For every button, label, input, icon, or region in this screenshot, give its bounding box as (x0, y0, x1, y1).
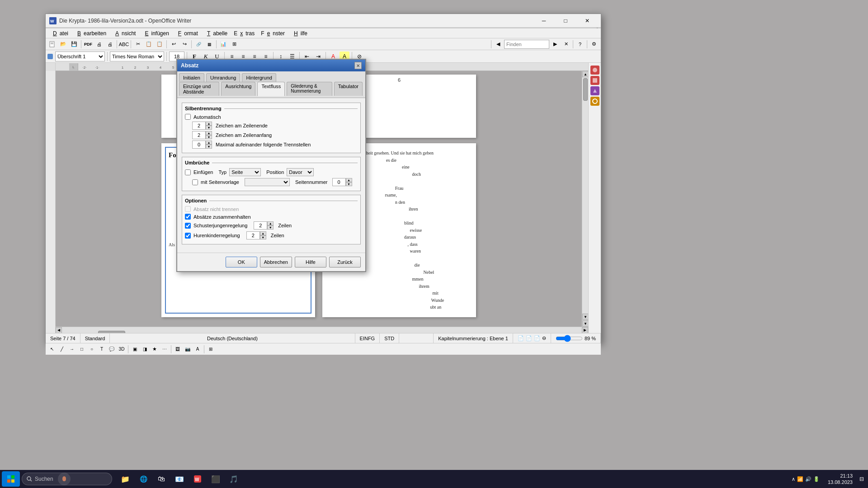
menu-hilfe[interactable]: Hilfe (288, 29, 310, 38)
draw-arrow[interactable]: → (67, 345, 76, 354)
scrollbar-track[interactable] (582, 77, 588, 314)
automatisch-checkbox[interactable] (185, 114, 191, 120)
paste-button[interactable]: 📋 (155, 39, 165, 49)
seitennummer-up[interactable]: ▲ (346, 178, 352, 182)
draw-tab1[interactable]: ⊞ (206, 345, 215, 354)
zeichen-anfang-input[interactable] (192, 131, 206, 139)
scrollbar-right[interactable]: ▶ (582, 327, 588, 333)
menu-extras[interactable]: Extras (231, 29, 257, 38)
tab-tabulator[interactable]: Tabulator (334, 82, 363, 96)
dialog-close-button[interactable]: ✕ (354, 62, 362, 69)
taskbar-clock[interactable]: 21:13 13.08.2023 (824, 473, 856, 486)
taskbar-store[interactable]: 🛍 (153, 471, 170, 487)
zeichen-anfang-up[interactable]: ▲ (206, 131, 212, 135)
seitennummer-input[interactable] (332, 178, 346, 186)
menu-fenster[interactable]: Fenster (258, 29, 288, 38)
scrollbar-thumb[interactable] (583, 78, 588, 101)
sidebar-btn-1[interactable] (590, 66, 599, 75)
taskbar-search[interactable]: Suchen (22, 473, 112, 485)
copy-button[interactable]: 📋 (144, 39, 154, 49)
print-preview[interactable]: 🖨 (94, 39, 104, 49)
draw-img[interactable]: 🖼 (173, 345, 182, 354)
taskbar-browser[interactable]: 🌐 (135, 471, 152, 487)
draw-3d[interactable]: 3D (117, 345, 126, 354)
menu-einfuegen[interactable]: Einfügen (139, 29, 171, 38)
sidebar-btn-2[interactable] (590, 76, 599, 85)
show-desktop-button[interactable]: ⊟ (857, 471, 866, 487)
zeichen-ende-input[interactable] (192, 122, 206, 130)
find-input[interactable] (504, 40, 549, 49)
schusterjungen-up[interactable]: ▲ (267, 221, 274, 225)
absaetze-zusammen-checkbox[interactable] (185, 214, 191, 220)
draw-more[interactable]: ⋯ (160, 345, 169, 354)
tab-ausrichtung[interactable]: Ausrichtung (221, 82, 255, 96)
maximize-button[interactable]: □ (556, 16, 576, 25)
open-button[interactable]: 📂 (58, 39, 68, 49)
taskbar-terminal[interactable]: ⬛ (207, 471, 224, 487)
seitennummer-down[interactable]: ▼ (346, 182, 352, 186)
horizontal-scrollbar[interactable]: ◀ ▶ (56, 327, 588, 333)
tab-gliederung[interactable]: Gliederung & Nummerierung (287, 82, 332, 96)
hilfe-button[interactable]: Hilfe (295, 257, 326, 267)
einfuegen-checkbox[interactable] (185, 169, 191, 175)
menu-tabelle[interactable]: Tabelle (202, 29, 230, 38)
hurenkinder-down[interactable]: ▼ (260, 235, 266, 239)
menu-ansicht[interactable]: Ansicht (110, 29, 138, 38)
table-button[interactable]: ▦ (204, 39, 214, 49)
draw-callout[interactable]: 💬 (107, 345, 116, 354)
hyperlink-button[interactable]: 🔗 (193, 39, 203, 49)
trennstellen-up[interactable]: ▲ (206, 141, 212, 145)
find-toolbar-close[interactable]: ✕ (561, 39, 571, 49)
hscrollbar-thumb[interactable] (98, 331, 125, 333)
systray-expand[interactable]: ∧ (792, 476, 795, 482)
find-toolbar-prev[interactable]: ◀ (493, 39, 503, 49)
paragraph-style-select[interactable]: Überschrift 1 (55, 52, 105, 61)
position-select[interactable]: Davor (287, 168, 314, 176)
schusterjungen-down[interactable]: ▼ (267, 225, 274, 230)
tab-textfluss[interactable]: Textfluss (257, 82, 285, 96)
draw-rect[interactable]: □ (77, 345, 86, 354)
font-name-select[interactable]: Times New Roman (110, 52, 164, 61)
absatz-nicht-trennen-checkbox[interactable] (185, 206, 191, 212)
zeichen-ende-down[interactable]: ▼ (206, 126, 212, 130)
systray-volume[interactable]: 🔊 (805, 476, 811, 482)
hurenkinder-up[interactable]: ▲ (260, 231, 266, 235)
draw-gallery[interactable]: 📷 (183, 345, 192, 354)
systray-network[interactable]: 📶 (797, 476, 803, 482)
systray-battery[interactable]: 🔋 (813, 476, 820, 482)
cortana-icon[interactable] (58, 473, 71, 485)
draw-line[interactable]: ╱ (57, 345, 66, 354)
help-button[interactable]: ? (575, 39, 585, 49)
seitenvorlage-select[interactable] (245, 178, 290, 186)
tab-initialen[interactable]: Initialen (179, 73, 204, 82)
save-button[interactable]: 💾 (69, 39, 79, 49)
print-button[interactable]: 🖨 (105, 39, 115, 49)
sidebar-btn-4[interactable] (590, 97, 599, 106)
abbrechen-button[interactable]: Abbrechen (260, 257, 292, 267)
tab-hintergrund[interactable]: Hintergrund (242, 73, 276, 82)
redo-button[interactable]: ↪ (179, 39, 189, 49)
trennstellen-down[interactable]: ▼ (206, 145, 212, 149)
trennstellen-input[interactable] (192, 141, 206, 149)
scrollbar-down-2[interactable]: ▼ (582, 320, 588, 327)
find-toolbar-next[interactable]: ▶ (550, 39, 560, 49)
tab-einzuge[interactable]: Einzüge und Abstände (179, 82, 219, 96)
schusterjungen-input[interactable] (254, 221, 267, 230)
zoom-slider[interactable]: 89 % (551, 333, 601, 343)
taskbar-mail[interactable]: 📧 (171, 471, 188, 487)
zoom-range[interactable] (556, 336, 583, 341)
hurenkinder-checkbox[interactable] (185, 233, 191, 239)
ok-button[interactable]: OK (226, 257, 257, 267)
cut-button[interactable]: ✂ (133, 39, 143, 49)
spellcheck-button[interactable]: ABC (119, 39, 129, 49)
scrollbar-left[interactable]: ◀ (56, 327, 62, 333)
menu-bearbeiten[interactable]: Bearbeiten (72, 29, 109, 38)
tab-umrandung[interactable]: Umrandung (206, 73, 240, 82)
undo-button[interactable]: ↩ (169, 39, 179, 49)
scrollbar-up[interactable]: ▲ (582, 71, 588, 77)
pdf-button[interactable]: PDF (83, 39, 93, 49)
extra1[interactable]: ⚙ (589, 39, 599, 49)
start-button[interactable] (2, 471, 20, 487)
hurenkinder-input[interactable] (246, 231, 260, 239)
draw-fontwork[interactable]: A (193, 345, 202, 354)
